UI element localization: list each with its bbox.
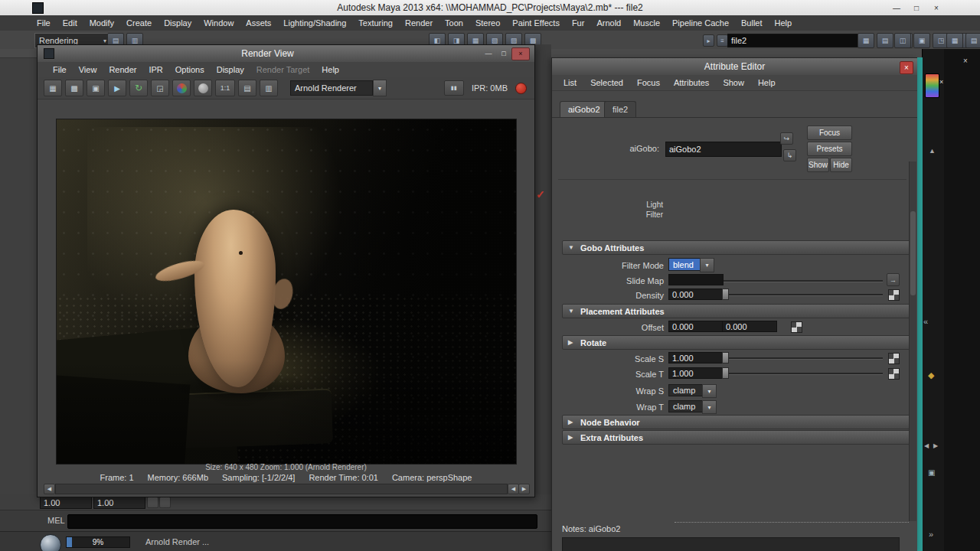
remove-image-icon[interactable]: ▥: [260, 80, 278, 96]
scroll-left-button-2[interactable]: ◀: [508, 484, 519, 494]
command-line-input[interactable]: [67, 514, 537, 529]
menu-item[interactable]: Help: [769, 18, 799, 28]
command-line-label[interactable]: MEL: [47, 516, 65, 525]
section-gobo-attributes[interactable]: ▼ Gobo Attributes: [562, 240, 910, 255]
focus-out-icon[interactable]: ↳: [783, 149, 796, 161]
filter-mode-value[interactable]: blend: [668, 258, 701, 271]
collapse-panel-icon[interactable]: «: [923, 317, 928, 326]
close-window-button[interactable]: ×: [926, 2, 946, 14]
maximize-button[interactable]: □: [496, 48, 511, 60]
menu-item[interactable]: Attributes: [667, 78, 716, 87]
toolbar-icon[interactable]: ▤: [877, 33, 893, 48]
section-rotate[interactable]: ▶ Rotate: [562, 335, 910, 350]
menu-render[interactable]: Render: [103, 65, 142, 74]
menu-item[interactable]: Edit: [57, 18, 83, 28]
node-name-field[interactable]: aiGobo2: [665, 142, 782, 157]
wrap-t-value[interactable]: clamp: [668, 400, 704, 412]
horizontal-scrollbar[interactable]: [55, 484, 508, 494]
shelf-palette-icon[interactable]: [925, 73, 939, 98]
ipr-render-icon[interactable]: ▶: [108, 80, 126, 96]
panel-toggle-icon[interactable]: ▣: [928, 468, 935, 477]
close-attribute-editor-button[interactable]: ×: [900, 61, 913, 74]
wrap-s-value[interactable]: clamp: [668, 384, 704, 396]
scrollbar-thumb[interactable]: [910, 211, 916, 295]
notes-text-area[interactable]: [562, 537, 900, 551]
render-current-frame-icon[interactable]: ▦: [44, 80, 62, 96]
menu-item[interactable]: Stereo: [469, 18, 506, 28]
scale-t-slider[interactable]: [729, 373, 883, 375]
toolbar-icon[interactable]: ≡: [717, 34, 728, 47]
density-map-button[interactable]: [888, 289, 900, 301]
menu-item[interactable]: Toon: [439, 18, 469, 28]
tab-file2[interactable]: file2: [604, 101, 636, 117]
presets-button[interactable]: Presets: [807, 142, 852, 156]
wrap-t-dropdown-button[interactable]: ▾: [702, 400, 717, 414]
render-view-titlebar[interactable]: Render View — □ ×: [38, 45, 534, 63]
focus-in-icon[interactable]: ↪: [780, 132, 793, 145]
snapshot-icon[interactable]: ▣: [87, 80, 105, 96]
menu-item[interactable]: Show: [716, 78, 751, 87]
nav-right-icon[interactable]: ▶: [933, 442, 938, 449]
menu-help[interactable]: Help: [315, 65, 345, 74]
one-to-one-icon[interactable]: 1:1: [215, 80, 235, 96]
expand-panel-icon[interactable]: »: [929, 530, 933, 539]
render-canvas[interactable]: [56, 119, 517, 465]
menu-item[interactable]: Assets: [240, 18, 277, 28]
range-slider-icon[interactable]: [147, 497, 158, 508]
attribute-editor-scrollbar[interactable]: [909, 161, 916, 521]
menu-item[interactable]: Help: [751, 78, 782, 87]
menu-item[interactable]: Create: [120, 18, 158, 28]
menu-item[interactable]: Window: [198, 18, 240, 28]
toolbar-icon[interactable]: ▸: [703, 34, 714, 47]
animation-start-field[interactable]: 1.00: [93, 497, 145, 509]
nav-left-icon[interactable]: ◀: [924, 442, 929, 449]
menu-item[interactable]: Fur: [566, 18, 591, 28]
menu-item[interactable]: Paint Effects: [506, 18, 566, 28]
slide-map-field[interactable]: [668, 274, 724, 285]
slide-map-slider[interactable]: [724, 280, 883, 282]
scale-s-field[interactable]: 1.000: [668, 352, 724, 364]
scale-s-map-button[interactable]: [888, 353, 900, 364]
menu-ipr[interactable]: IPR: [142, 65, 168, 74]
scale-t-field[interactable]: 1.000: [668, 367, 724, 379]
toolbar-icon[interactable]: ◫: [894, 33, 911, 48]
menu-item[interactable]: Modify: [83, 18, 120, 28]
offset-map-button[interactable]: [791, 321, 802, 333]
range-slider-icon[interactable]: [159, 497, 171, 508]
pause-button[interactable]: ▮▮: [444, 80, 464, 96]
section-node-behavior[interactable]: ▶ Node Behavior: [562, 415, 910, 429]
menu-item[interactable]: Arnold: [590, 18, 627, 28]
offset-u-field[interactable]: 0.000: [668, 321, 724, 332]
scroll-right-button[interactable]: ▶: [518, 484, 530, 494]
menu-display[interactable]: Display: [211, 65, 250, 74]
density-slider[interactable]: [729, 294, 883, 296]
close-button[interactable]: ×: [511, 47, 530, 60]
scale-s-slider-handle[interactable]: [722, 352, 729, 364]
toolbar-icon[interactable]: ▣: [913, 33, 930, 48]
minimize-window-button[interactable]: —: [887, 2, 906, 14]
scale-s-slider[interactable]: [729, 357, 883, 360]
focus-button[interactable]: Focus: [807, 126, 852, 140]
refresh-ipr-icon[interactable]: ↻: [129, 80, 148, 96]
playback-start-field[interactable]: 1.00: [40, 497, 92, 509]
connect-output-icon[interactable]: →: [887, 273, 900, 286]
show-button[interactable]: Show: [807, 158, 829, 172]
maximize-window-button[interactable]: □: [906, 2, 926, 14]
menu-item[interactable]: Render: [399, 18, 439, 28]
menu-options[interactable]: Options: [169, 65, 211, 74]
record-button[interactable]: [515, 83, 527, 94]
redo-previous-render-icon[interactable]: ▩: [65, 80, 83, 96]
close-panel-icon[interactable]: ×: [963, 57, 968, 65]
toolbar-icon[interactable]: ▤: [965, 33, 980, 48]
density-field[interactable]: 0.000: [668, 289, 724, 300]
section-placement-attributes[interactable]: ▼ Placement Attributes: [562, 304, 910, 318]
keep-image-icon[interactable]: ▤: [238, 80, 256, 96]
scale-t-map-button[interactable]: [888, 368, 900, 380]
scale-t-slider-handle[interactable]: [722, 367, 729, 379]
renderer-dropdown[interactable]: Arnold Renderer ▾: [290, 80, 387, 96]
panel-divider-strip[interactable]: [916, 57, 923, 551]
wrap-s-dropdown-button[interactable]: ▾: [702, 384, 717, 398]
menu-item[interactable]: File: [31, 18, 57, 28]
scroll-up-icon[interactable]: ▲: [929, 147, 936, 155]
section-extra-attributes[interactable]: ▶ Extra Attributes: [562, 430, 910, 445]
